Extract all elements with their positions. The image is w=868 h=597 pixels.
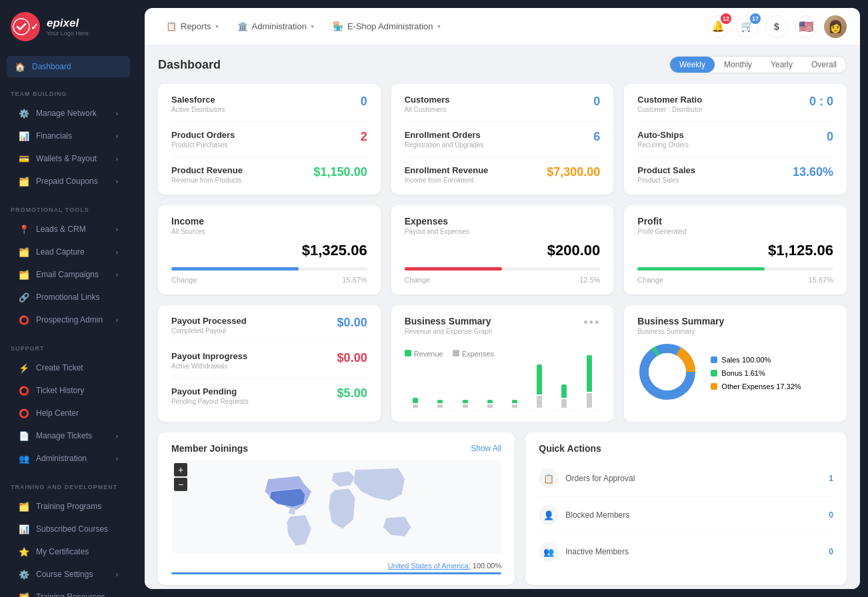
sidebar-item-manage-tickets[interactable]: 📄 Manage Tickets › — [11, 425, 126, 446]
topnav: 📋 Reports ▾ 🏛️ Administration ▾ 🏪 E-Shop… — [145, 8, 860, 45]
certificates-icon: ⭐ — [19, 546, 29, 557]
stat-label: Enrollment Orders — [405, 130, 484, 140]
show-all-button[interactable]: Show All — [471, 444, 501, 453]
topnav-reports[interactable]: 📋 Reports ▾ — [158, 17, 227, 35]
sidebar-item-prospecting-admin[interactable]: ⭕ Prospecting Admin › — [11, 309, 126, 330]
chevron-right-icon: › — [116, 271, 118, 279]
world-map-svg — [171, 460, 501, 554]
sidebar-item-administration[interactable]: 👥 Administration › — [11, 448, 126, 469]
sidebar-item-my-certificates[interactable]: ⭐ My Certificates — [11, 541, 126, 562]
stat-sublabel: Recurring Orders — [637, 141, 689, 149]
map-footer: United States of America: 100.00% — [171, 562, 501, 570]
quick-item-orders-label: Orders for Approval — [565, 474, 635, 483]
donut-title: Business Summary — [637, 316, 833, 326]
topnav-eshop[interactable]: 🏪 E-Shop Administration ▾ — [325, 17, 449, 35]
manage-tickets-icon: 📄 — [19, 430, 29, 441]
zoom-in-button[interactable]: + — [174, 463, 187, 476]
sidebar-item-wallets-payout[interactable]: 💳 Wallets & Payout › — [11, 148, 126, 169]
stat-label: Salesforce — [171, 95, 225, 105]
expenses-value: $200.00 — [405, 242, 601, 259]
income-progress-bar — [171, 267, 367, 271]
expenses-title: Expenses — [405, 216, 601, 227]
expense-bar — [463, 404, 468, 408]
stat-value-enrollment-orders: 6 — [593, 130, 600, 144]
stat-value-auto-ships: 0 — [827, 130, 833, 144]
stat-label: Customers — [405, 95, 450, 105]
tab-weekly[interactable]: Weekly — [670, 57, 715, 73]
sidebar-item-ticket-history[interactable]: ⭕ Ticket History — [11, 380, 126, 401]
svg-point-0 — [13, 19, 29, 35]
payout-processed-value: $0.00 — [337, 316, 367, 330]
map-container: + − — [171, 460, 501, 556]
expense-bar — [487, 404, 493, 408]
topnav-administration[interactable]: 🏛️ Administration ▾ — [229, 17, 322, 35]
cart-button[interactable]: 🛒 17 — [736, 15, 759, 38]
sidebar-item-financials[interactable]: 📊 Financials › — [11, 125, 126, 147]
stat-value-enrollment-revenue: $7,300.00 — [547, 165, 600, 179]
leads-icon: 📍 — [19, 224, 29, 235]
stat-product-revenue: Product RevenueRevenue from Products $1,… — [171, 165, 367, 184]
legend-other-expenses: Other Expenses 17.32% — [711, 382, 801, 390]
income-card: Income All Sources $1,325.06 Change 15.6… — [158, 205, 381, 295]
language-button[interactable]: 🇺🇸 — [795, 15, 817, 38]
email-icon: 🗂️ — [19, 269, 29, 280]
more-options-button[interactable]: ••• — [583, 316, 600, 330]
dollar-icon: $ — [774, 21, 779, 32]
stat-sublabel: Active Distributors — [171, 106, 225, 113]
inactive-members-icon: 👥 — [539, 542, 559, 562]
profit-sub: Profit Generated — [637, 228, 833, 235]
admin-icon: 👥 — [19, 453, 29, 464]
profit-change-label: Change — [637, 276, 663, 284]
stats-card-col2: CustomersAll Customers 0 Enrollment Orde… — [391, 84, 614, 195]
stat-enrollment-revenue: Enrollment RevenueIncome from Enrolment … — [405, 165, 601, 184]
sidebar-item-leads-crm[interactable]: 📍 Leads & CRM › — [11, 219, 126, 240]
currency-button[interactable]: $ — [765, 15, 788, 38]
sidebar-item-training-programs[interactable]: 🗂️ Training Programs — [11, 496, 126, 517]
course-settings-icon: ⚙️ — [19, 569, 29, 580]
quick-item-blocked: 👤 Blocked Members 0 — [539, 497, 833, 534]
stat-product-orders: Product OrdersProduct Purchases 2 — [171, 130, 367, 157]
sidebar-item-manage-network[interactable]: ⚙️ Manage Network › — [11, 103, 126, 124]
section-title-team-building: TEAM BUILDING — [11, 91, 126, 97]
sidebar-item-subscribed-courses[interactable]: 📊 Subscribed Courses — [11, 518, 126, 540]
logo-icon — [11, 12, 40, 41]
stat-sublabel: All Customers — [405, 106, 450, 113]
sidebar-item-email-campaigns[interactable]: 🗂️ Email Campaigns › — [11, 264, 126, 285]
quick-item-left: 📋 Orders for Approval — [539, 468, 635, 488]
sidebar-item-dashboard[interactable]: 🏠 Dashboard — [7, 56, 130, 77]
sidebar-item-training-resources[interactable]: 🗂️ Training Resources — [11, 586, 126, 597]
topnav-icons: 🔔 12 🛒 17 $ 🇺🇸 👩 — [707, 15, 847, 38]
tab-yearly[interactable]: Yearly — [761, 57, 802, 73]
sidebar-label-prospecting: Prospecting Admin — [36, 315, 103, 324]
income-change-value: 15.67% — [342, 276, 367, 284]
notifications-button[interactable]: 🔔 12 — [707, 15, 729, 38]
blocked-members-icon: 👤 — [539, 505, 559, 525]
stat-value-customers: 0 — [593, 95, 600, 109]
zoom-out-button[interactable]: − — [174, 478, 187, 491]
expenses-progress-bar — [405, 267, 601, 271]
sidebar-item-create-ticket[interactable]: ⚡ Create Ticket — [11, 357, 126, 378]
sidebar-item-prepaid-coupons[interactable]: 🗂️ Prepaid Coupons › — [11, 171, 126, 192]
map-country-label[interactable]: United States of America: — [388, 562, 471, 570]
sidebar-section-support: SUPPORT ⚡ Create Ticket ⭕ Ticket History… — [0, 336, 137, 474]
history-icon: ⭕ — [19, 385, 29, 396]
sidebar-label-leads: Leads & CRM — [36, 225, 86, 234]
sidebar-label-lead-capture: Lead Capture — [36, 247, 85, 257]
sidebar-item-help-center[interactable]: ⭕ Help Center — [11, 402, 126, 424]
tab-monthly[interactable]: Monthly — [715, 57, 761, 73]
sidebar-item-promotional-links[interactable]: 🔗 Promotional Links — [11, 287, 126, 308]
sidebar-item-lead-capture[interactable]: 🗂️ Lead Capture › — [11, 241, 126, 263]
country-progress-bar — [171, 572, 501, 574]
expense-bar — [413, 404, 418, 408]
sidebar-item-course-settings[interactable]: ⚙️ Course Settings › — [11, 564, 126, 585]
user-avatar[interactable]: 👩 — [824, 15, 847, 38]
stat-value-salesforce: 0 — [361, 95, 367, 109]
revenue-bar — [561, 384, 567, 398]
profit-card: Profit Profit Generated $1,125.06 Change… — [624, 205, 847, 295]
tab-overall[interactable]: Overall — [802, 57, 846, 73]
sidebar-label-dashboard: Dashboard — [32, 62, 71, 71]
expense-bar — [587, 393, 592, 408]
chevron-down-icon: ▾ — [437, 23, 441, 30]
stats-card-col1: SalesforceActive Distributors 0 Product … — [158, 84, 381, 195]
chevron-right-icon: › — [116, 249, 118, 256]
